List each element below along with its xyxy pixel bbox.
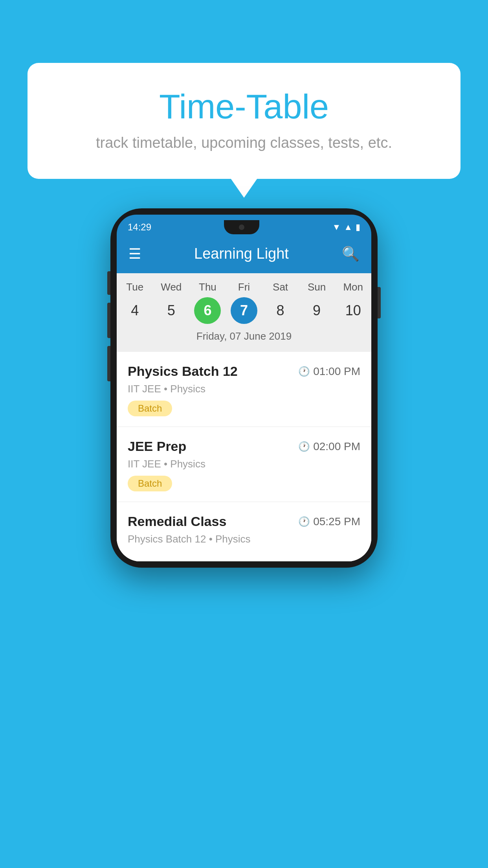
batch-tag: Batch — [128, 476, 172, 491]
schedule-item-subtitle: Physics Batch 12 • Physics — [128, 533, 360, 545]
app-title: Learning Light — [194, 245, 289, 262]
bubble-subtitle: track timetable, upcoming classes, tests… — [59, 134, 429, 151]
speech-bubble: Time-Table track timetable, upcoming cla… — [28, 63, 460, 179]
day-header: Tue — [117, 281, 153, 293]
schedule-item[interactable]: Remedial Class🕐 05:25 PMPhysics Batch 12… — [117, 502, 371, 561]
day-header: Sun — [299, 281, 335, 293]
schedule-item-time: 🕐 05:25 PM — [298, 515, 360, 528]
day-number[interactable]: 7 — [231, 297, 257, 324]
schedule-item-header: Physics Batch 12🕐 01:00 PM — [128, 364, 360, 379]
clock-icon: 🕐 — [298, 366, 310, 377]
search-icon[interactable]: 🔍 — [342, 246, 360, 262]
schedule-item[interactable]: Physics Batch 12🕐 01:00 PMIIT JEE • Phys… — [117, 352, 371, 427]
day-number[interactable]: 8 — [262, 297, 299, 324]
status-time: 14:29 — [128, 222, 151, 233]
schedule-item[interactable]: JEE Prep🕐 02:00 PMIIT JEE • PhysicsBatch — [117, 427, 371, 502]
schedule-item-title: JEE Prep — [128, 439, 186, 454]
day-header: Fri — [226, 281, 262, 293]
day-number[interactable]: 5 — [153, 297, 190, 324]
status-icons: ▼ ▲ ▮ — [332, 222, 360, 232]
schedule-item-subtitle: IIT JEE • Physics — [128, 458, 360, 470]
day-header: Wed — [153, 281, 190, 293]
day-number[interactable]: 4 — [117, 297, 153, 324]
schedule-item-time: 🕐 01:00 PM — [298, 365, 360, 378]
schedule-list: Physics Batch 12🕐 01:00 PMIIT JEE • Phys… — [117, 352, 371, 561]
notch — [224, 220, 259, 234]
schedule-item-header: JEE Prep🕐 02:00 PM — [128, 439, 360, 454]
app-bar: ☰ Learning Light 🔍 — [117, 234, 371, 273]
battery-icon: ▮ — [356, 222, 360, 232]
schedule-item-time: 🕐 02:00 PM — [298, 440, 360, 453]
schedule-item-header: Remedial Class🕐 05:25 PM — [128, 514, 360, 529]
bubble-title: Time-Table — [59, 86, 429, 127]
power-button — [378, 287, 381, 318]
signal-icon: ▲ — [344, 222, 352, 232]
wifi-icon: ▼ — [332, 222, 341, 232]
schedule-item-title: Physics Batch 12 — [128, 364, 238, 379]
day-numbers: 45678910 — [117, 297, 371, 324]
schedule-item-title: Remedial Class — [128, 514, 226, 529]
batch-tag: Batch — [128, 401, 172, 416]
camera-dot — [239, 224, 244, 230]
phone-mockup: 14:29 ▼ ▲ ▮ ☰ Learning Light 🔍 Tu — [110, 208, 378, 568]
volume-down-button — [107, 303, 110, 338]
day-headers: TueWedThuFriSatSunMon — [117, 281, 371, 293]
schedule-item-subtitle: IIT JEE • Physics — [128, 383, 360, 395]
status-bar: 14:29 ▼ ▲ ▮ — [117, 215, 371, 234]
silent-button — [107, 346, 110, 381]
calendar-strip: TueWedThuFriSatSunMon 45678910 Friday, 0… — [117, 273, 371, 352]
volume-up-button — [107, 271, 110, 295]
selected-date-label: Friday, 07 June 2019 — [117, 330, 371, 348]
day-header: Sat — [262, 281, 299, 293]
day-number[interactable]: 6 — [194, 297, 221, 324]
clock-icon: 🕐 — [298, 516, 310, 527]
day-number[interactable]: 10 — [335, 297, 371, 324]
clock-icon: 🕐 — [298, 441, 310, 452]
hamburger-icon[interactable]: ☰ — [128, 246, 141, 262]
day-number[interactable]: 9 — [299, 297, 335, 324]
day-header: Thu — [189, 281, 226, 293]
phone-outer: 14:29 ▼ ▲ ▮ ☰ Learning Light 🔍 Tu — [110, 208, 378, 568]
phone-screen: ☰ Learning Light 🔍 TueWedThuFriSatSunMon… — [117, 234, 371, 561]
day-header: Mon — [335, 281, 371, 293]
speech-bubble-container: Time-Table track timetable, upcoming cla… — [28, 63, 460, 179]
